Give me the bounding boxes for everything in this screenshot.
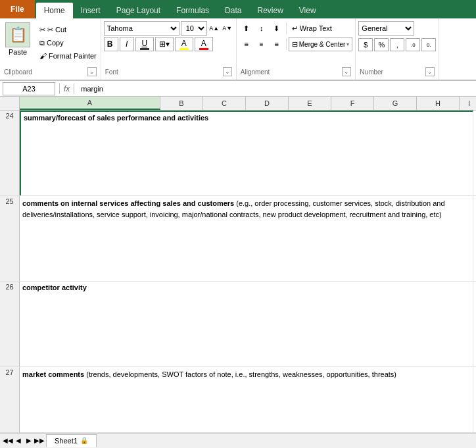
cut-button[interactable]: ✂✂ Cut bbox=[37, 24, 99, 36]
col-header-d[interactable]: D bbox=[246, 97, 289, 110]
row-num-26: 26 bbox=[0, 282, 20, 366]
table-row: 27 market comments (trends, developments… bbox=[0, 367, 476, 433]
col-header-b[interactable]: B bbox=[160, 97, 203, 110]
cut-icon: ✂ bbox=[39, 24, 45, 35]
formula-input[interactable] bbox=[78, 82, 473, 95]
fx-label: fx bbox=[64, 84, 70, 93]
cell-a24[interactable]: summary/forecast of sales performance an… bbox=[20, 111, 473, 195]
borders-button[interactable]: ⊞▾ bbox=[155, 37, 174, 51]
sheet-back-button[interactable]: ◀ bbox=[13, 436, 24, 446]
alignment-expand-button[interactable]: ⌄ bbox=[342, 67, 351, 76]
sheet-next-button[interactable]: ▶▶ bbox=[34, 436, 45, 446]
cell-a25[interactable]: comments on internal services affecting … bbox=[20, 196, 473, 281]
font-color-button[interactable]: A bbox=[195, 37, 213, 51]
decrease-font-button[interactable]: A▼ bbox=[222, 21, 233, 36]
wrap-text-icon: ↵ bbox=[292, 24, 298, 33]
formula-bar: A23 fx bbox=[0, 81, 476, 97]
col-header-g[interactable]: G bbox=[374, 97, 417, 110]
merge-center-button[interactable]: ⊟ Merge & Center ▾ bbox=[289, 37, 353, 51]
data-tab[interactable]: Data bbox=[217, 3, 249, 18]
table-row: 25 comments on internal services affecti… bbox=[0, 196, 476, 282]
alignment-group-label: Alignment bbox=[241, 68, 270, 76]
sheet-tab-icon: 🔒 bbox=[80, 437, 88, 444]
format-painter-icon: 🖌 bbox=[39, 51, 47, 61]
decrease-decimal-button[interactable]: 0. bbox=[421, 38, 436, 51]
col-header-c[interactable]: C bbox=[203, 97, 246, 110]
column-headers: A B C D E F G H I bbox=[0, 97, 476, 111]
col-header-e[interactable]: E bbox=[289, 97, 331, 110]
align-top-button[interactable]: ⬆ bbox=[239, 22, 254, 35]
view-tab[interactable]: View bbox=[291, 3, 324, 18]
cell-a27[interactable]: market comments (trends, developments, S… bbox=[20, 367, 473, 432]
sheet-tabs-bar: ◀◀ ◀ ▶ ▶▶ Sheet1 🔒 bbox=[0, 433, 476, 447]
align-left-button[interactable]: ≡ bbox=[239, 37, 254, 51]
copy-button[interactable]: ⧉Copy bbox=[37, 37, 99, 49]
row-num-27: 27 bbox=[0, 367, 20, 432]
cell-a26[interactable]: competitor activity bbox=[20, 282, 473, 366]
percent-button[interactable]: % bbox=[374, 38, 389, 51]
review-tab[interactable]: Review bbox=[249, 3, 291, 18]
italic-button[interactable]: I bbox=[120, 37, 134, 51]
align-right-button[interactable]: ≡ bbox=[270, 37, 284, 51]
number-group-label: Number bbox=[360, 68, 383, 76]
copy-icon: ⧉ bbox=[39, 37, 45, 48]
font-family-selector[interactable]: Tahoma bbox=[104, 21, 179, 36]
fill-color-button[interactable]: A bbox=[175, 37, 193, 51]
formulas-tab[interactable]: Formulas bbox=[168, 3, 217, 18]
dollar-button[interactable]: $ bbox=[358, 38, 373, 51]
file-tab[interactable]: File bbox=[0, 0, 35, 18]
col-header-a[interactable]: A bbox=[20, 97, 160, 110]
align-bottom-button[interactable]: ⬇ bbox=[270, 22, 284, 35]
row-num-25: 25 bbox=[0, 196, 20, 281]
sheet-forward-button[interactable]: ▶ bbox=[24, 436, 34, 446]
spreadsheet: A B C D E F G H I 24 summary/forecast of… bbox=[0, 97, 476, 433]
font-expand-button[interactable]: ⌄ bbox=[223, 67, 232, 76]
align-middle-button[interactable]: ↕ bbox=[254, 22, 269, 35]
merge-icon: ⊟ bbox=[292, 40, 298, 49]
merge-dropdown-arrow: ▾ bbox=[346, 41, 349, 47]
home-tab[interactable]: Home bbox=[36, 3, 73, 18]
increase-decimal-button[interactable]: .0 bbox=[406, 38, 420, 51]
number-expand-button[interactable]: ⌄ bbox=[425, 67, 435, 76]
clipboard-expand-button[interactable]: ⌄ bbox=[87, 67, 97, 76]
table-row: 24 summary/forecast of sales performance… bbox=[0, 111, 476, 196]
col-header-f[interactable]: F bbox=[331, 97, 374, 110]
paste-label: Paste bbox=[9, 48, 27, 56]
sheet-prev-button[interactable]: ◀◀ bbox=[3, 436, 13, 446]
wrap-text-button[interactable]: ↵ Wrap Text bbox=[289, 21, 335, 36]
font-group-label: Font bbox=[105, 68, 118, 76]
cell-reference-box[interactable]: A23 bbox=[3, 82, 55, 95]
format-painter-button[interactable]: 🖌Format Painter bbox=[37, 50, 99, 62]
row-num-corner bbox=[0, 97, 20, 110]
font-size-selector[interactable]: 10 bbox=[181, 21, 207, 36]
bold-button[interactable]: B bbox=[104, 37, 118, 51]
insert-tab[interactable]: Insert bbox=[73, 3, 108, 18]
sheet-tab-sheet1[interactable]: Sheet1 🔒 bbox=[46, 434, 97, 447]
table-row: 26 competitor activity bbox=[0, 282, 476, 367]
page-layout-tab[interactable]: Page Layout bbox=[108, 3, 168, 18]
align-center-button[interactable]: ≡ bbox=[254, 37, 269, 51]
clipboard-group-label: Clipboard bbox=[4, 68, 32, 76]
col-header-h[interactable]: H bbox=[417, 97, 460, 110]
number-format-selector[interactable]: General bbox=[358, 21, 414, 36]
increase-font-button[interactable]: A▲ bbox=[208, 21, 220, 36]
col-header-i[interactable]: I bbox=[460, 97, 476, 110]
comma-button[interactable]: , bbox=[390, 38, 404, 51]
row-num-24: 24 bbox=[0, 111, 20, 195]
underline-button[interactable]: U bbox=[135, 37, 154, 51]
paste-button[interactable]: 📋 Paste bbox=[0, 20, 36, 66]
